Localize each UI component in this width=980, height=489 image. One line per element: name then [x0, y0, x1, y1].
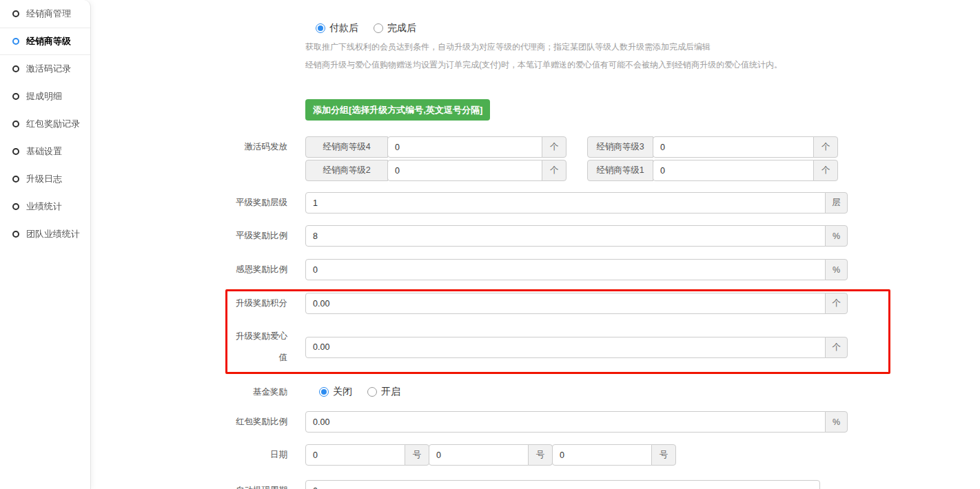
upgrade-reward-love-group: 个: [305, 337, 848, 358]
fund-reward-radio-group: 关闭 开启: [305, 384, 400, 399]
peer-reward-ratio-input[interactable]: [305, 225, 826, 247]
radio-label: 开启: [381, 386, 400, 398]
auto-withdraw-cycle-group: [305, 480, 820, 489]
radio-circle-icon: [367, 387, 377, 397]
radio-after-completion[interactable]: 完成后: [374, 22, 416, 34]
field-label: 红包奖励比例: [91, 411, 305, 433]
day-addon: 号: [651, 444, 676, 466]
sidebar-item-activation-code-records[interactable]: 激活码记录: [0, 55, 90, 83]
circle-icon: [12, 203, 19, 210]
percent-addon: %: [825, 259, 848, 280]
unit-addon: 个: [813, 136, 838, 158]
radio-circle-icon: [316, 23, 325, 33]
upgrade-reward-points-row: 升级奖励积分 个: [227, 293, 888, 314]
sidebar-item-redpacket-records[interactable]: 红包奖励记录: [0, 110, 90, 138]
sidebar-item-label: 经销商管理: [26, 8, 71, 20]
gratitude-reward-ratio-group: %: [305, 259, 848, 280]
input-prefix-label: 经销商等级4: [305, 136, 388, 158]
date-input-1[interactable]: [305, 444, 405, 466]
fund-reward-row: 基金奖励 关闭 开启: [91, 384, 980, 399]
field-label: 自动提现周期: [91, 480, 305, 489]
unit-addon: 个: [825, 337, 848, 358]
sidebar-item-team-performance-stats[interactable]: 团队业绩统计: [0, 220, 90, 248]
activation-level4-input[interactable]: [387, 136, 542, 158]
help-text-upgrade-condition: 获取推广下线权利的会员达到条件，自动升级为对应等级的代理商；指定某团队等级人数升…: [305, 41, 980, 53]
activation-input-group-level2: 经销商等级2 个: [305, 160, 566, 181]
date-row: 日期 号 号 号: [91, 444, 980, 466]
percent-addon: %: [825, 411, 848, 433]
redpacket-reward-ratio-input[interactable]: [305, 411, 826, 433]
upgrade-timing-radio-group: 付款后 完成后: [316, 21, 980, 36]
radio-circle-icon: [374, 23, 383, 33]
day-addon: 号: [405, 444, 429, 466]
date-input-group-2: 号: [429, 444, 553, 466]
sidebar-item-label: 提成明细: [26, 90, 62, 103]
circle-icon: [12, 65, 19, 72]
upgrade-reward-points-group: 个: [305, 293, 848, 314]
radio-label: 关闭: [333, 386, 352, 398]
redpacket-reward-ratio-group: %: [305, 411, 848, 433]
circle-icon: [12, 176, 19, 183]
gratitude-reward-ratio-row: 感恩奖励比例 %: [91, 259, 980, 280]
dealer-level-form: 付款后 完成后 获取推广下线权利的会员达到条件，自动升级为对应等级的代理商；指定…: [91, 0, 980, 489]
gratitude-reward-ratio-input[interactable]: [305, 259, 826, 280]
field-label: 升级奖励爱心值: [227, 326, 305, 368]
circle-icon: [12, 148, 19, 155]
activation-grant-grid: 经销商等级4 个 经销商等级3 个 经销商等级2 个 经销商等级1: [305, 136, 838, 181]
peer-reward-ratio-row: 平级奖励比例 %: [91, 225, 980, 247]
sidebar-item-dealer-level[interactable]: 经销商等级: [0, 28, 90, 55]
input-prefix-label: 经销商等级2: [305, 160, 388, 181]
activation-level3-input[interactable]: [653, 136, 814, 158]
upgrade-reward-love-row: 升级奖励爱心值 个: [227, 326, 888, 368]
upgrade-reward-love-input[interactable]: [305, 337, 826, 358]
add-group-button[interactable]: 添加分组[选择升级方式编号,英文逗号分隔]: [305, 99, 490, 121]
help-text-love-value-note: 经销商升级与爱心值购物赠送均设置为订单完成(支付)时，本笔订单赠送的爱心值有可能…: [305, 59, 980, 71]
field-label: 激活码发放: [91, 136, 305, 158]
field-label: 升级奖励积分: [227, 293, 305, 314]
redpacket-reward-ratio-row: 红包奖励比例 %: [91, 411, 980, 433]
unit-addon: 个: [813, 160, 838, 181]
radio-circle-icon: [319, 387, 329, 397]
sidebar-item-basic-settings[interactable]: 基础设置: [0, 138, 90, 165]
sidebar-item-label: 业绩统计: [26, 200, 62, 213]
field-label: 基金奖励: [91, 384, 305, 399]
input-prefix-label: 经销商等级3: [587, 136, 653, 158]
day-addon: 号: [528, 444, 553, 466]
activation-level2-input[interactable]: [387, 160, 542, 181]
radio-label: 付款后: [329, 22, 358, 34]
activation-input-group-level3: 经销商等级3 个: [587, 136, 838, 158]
sidebar-item-label: 升级日志: [26, 173, 62, 185]
activation-grant-row: 激活码发放 经销商等级4 个 经销商等级3 个 经销商等级2 个: [91, 136, 980, 181]
circle-icon: [12, 121, 19, 127]
peer-reward-ratio-group: %: [305, 225, 848, 247]
upgrade-reward-points-input[interactable]: [305, 293, 826, 314]
percent-addon: %: [825, 225, 848, 247]
auto-withdraw-cycle-input[interactable]: [305, 480, 820, 489]
field-label: 日期: [91, 444, 305, 466]
sidebar-item-label: 激活码记录: [26, 63, 71, 75]
sidebar-item-dealer-management[interactable]: 经销商管理: [0, 0, 90, 28]
date-input-group-3: 号: [552, 444, 676, 466]
activation-level1-input[interactable]: [653, 160, 814, 181]
sidebar-item-performance-stats[interactable]: 业绩统计: [0, 193, 90, 220]
sidebar-item-upgrade-log[interactable]: 升级日志: [0, 165, 90, 193]
radio-fund-on[interactable]: 开启: [367, 386, 400, 398]
circle-icon: [12, 93, 19, 100]
radio-after-payment[interactable]: 付款后: [316, 22, 358, 34]
radio-fund-off[interactable]: 关闭: [319, 386, 352, 398]
peer-reward-layers-row: 平级奖励层级 层: [91, 192, 980, 214]
sidebar-item-commission-detail[interactable]: 提成明细: [0, 83, 90, 110]
sidebar-item-label: 基础设置: [26, 145, 62, 158]
circle-icon: [12, 231, 19, 238]
date-input-3[interactable]: [552, 444, 652, 466]
date-input-2[interactable]: [429, 444, 529, 466]
peer-reward-layers-input[interactable]: [305, 192, 826, 214]
radio-label: 完成后: [387, 22, 416, 34]
unit-addon: 层: [825, 192, 848, 214]
sidebar: 经销商管理 经销商等级 激活码记录 提成明细 红包奖励记录 基础设置 升级日志 …: [0, 0, 91, 489]
sidebar-item-label: 团队业绩统计: [26, 228, 80, 240]
field-label: 平级奖励比例: [91, 225, 305, 247]
peer-reward-layers-group: 层: [305, 192, 848, 214]
field-label: 感恩奖励比例: [91, 259, 305, 280]
activation-input-group-level4: 经销商等级4 个: [305, 136, 566, 158]
